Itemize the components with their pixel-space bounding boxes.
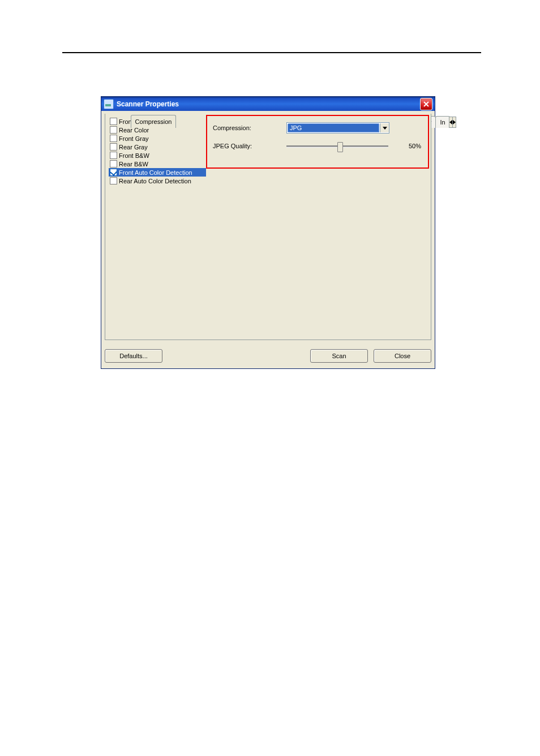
quality-value: 50% <box>404 143 421 149</box>
close-icon[interactable] <box>420 98 432 110</box>
page-divider <box>62 52 481 53</box>
chevron-down-icon <box>383 127 387 130</box>
checkbox[interactable] <box>110 152 117 159</box>
checkbox[interactable] <box>110 143 117 151</box>
checkbox[interactable] <box>110 118 117 125</box>
dropdown-button[interactable] <box>380 123 389 132</box>
image-type-list: Front Color Rear Color Front Gray Rear G… <box>109 117 206 321</box>
button-bar: Defaults... Scan Close <box>105 349 431 363</box>
app-icon <box>104 99 114 109</box>
list-item[interactable]: Rear Gray <box>109 143 206 151</box>
button-label: Defaults... <box>119 353 148 359</box>
scanner-properties-window: Scanner Properties Image Compression Col… <box>101 96 435 369</box>
checkbox[interactable] <box>110 177 117 184</box>
tab-client-area: Front Color Rear Color Front Gray Rear G… <box>105 114 431 340</box>
compression-dropdown[interactable]: JPG <box>286 122 389 134</box>
quality-row: JPEG Quality: 50% <box>213 140 422 152</box>
tab-scroll-right-button[interactable] <box>452 117 456 128</box>
list-item[interactable]: Front Gray <box>109 134 206 143</box>
window-title: Scanner Properties <box>117 100 179 108</box>
list-item-label: Rear Auto Color Detection <box>119 178 191 184</box>
tab-label: In <box>440 119 445 126</box>
title-bar[interactable]: Scanner Properties <box>101 97 435 111</box>
close-button[interactable]: Close <box>374 349 431 363</box>
tab-label: Compression <box>135 118 172 125</box>
button-label: Close <box>395 353 410 359</box>
list-item-label: Rear Gray <box>119 144 148 151</box>
list-item[interactable]: Rear B&W <box>109 160 206 168</box>
compression-panel-highlight: Compression: JPG JPEG Quality: 50% <box>206 115 429 169</box>
checkbox[interactable] <box>110 169 117 176</box>
list-item-label: Front B&W <box>119 152 149 159</box>
checkbox[interactable] <box>110 160 117 167</box>
chevron-right-icon <box>453 120 456 124</box>
list-item[interactable]: Front B&W <box>109 151 206 160</box>
checkbox[interactable] <box>110 135 117 142</box>
list-item[interactable]: Front Auto Color Detection <box>109 168 206 177</box>
quality-label: JPEG Quality: <box>213 143 286 149</box>
jpeg-quality-slider[interactable] <box>286 141 388 151</box>
title-left: Scanner Properties <box>104 99 179 109</box>
list-item-label: Front Gray <box>119 135 149 142</box>
slider-thumb[interactable] <box>337 142 343 152</box>
button-label: Scan <box>332 353 346 359</box>
dropdown-selected-value: JPG <box>288 123 379 132</box>
tab-overflow[interactable]: In <box>435 116 449 128</box>
checkbox[interactable] <box>110 126 117 134</box>
tab-compression[interactable]: Compression <box>131 115 177 128</box>
list-item-label: Front Auto Color Detection <box>119 169 192 176</box>
compression-label: Compression: <box>213 124 286 131</box>
list-item-label: Rear B&W <box>119 161 148 167</box>
defaults-button[interactable]: Defaults... <box>105 349 162 363</box>
list-item[interactable]: Rear Auto Color Detection <box>109 177 206 185</box>
scan-button[interactable]: Scan <box>310 349 368 363</box>
compression-row: Compression: JPG <box>213 122 422 134</box>
